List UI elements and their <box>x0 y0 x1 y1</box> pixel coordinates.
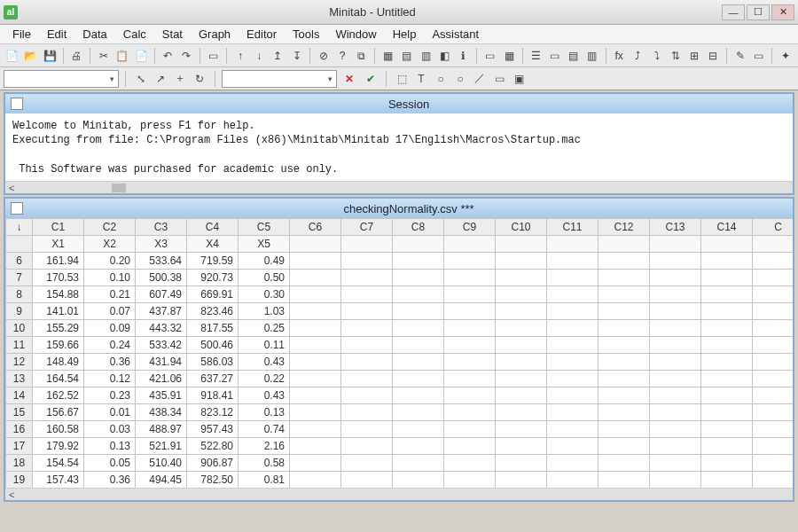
data-cell[interactable] <box>547 438 598 455</box>
toolbar-icon[interactable]: ▥ <box>583 47 600 65</box>
menu-calc[interactable]: Calc <box>116 26 153 43</box>
data-cell[interactable]: 500.46 <box>187 337 239 354</box>
column-name-cell[interactable]: X3 <box>136 236 187 253</box>
shape-icon[interactable]: ▭ <box>490 70 508 88</box>
data-cell[interactable]: 0.23 <box>84 387 136 404</box>
data-cell[interactable] <box>290 320 341 337</box>
menu-file[interactable]: File <box>5 26 38 43</box>
data-cell[interactable]: 0.21 <box>84 286 136 303</box>
data-cell[interactable]: 0.43 <box>239 387 290 404</box>
column-header[interactable]: C5 <box>239 219 290 236</box>
data-cell[interactable] <box>496 438 547 455</box>
data-cell[interactable]: 0.50 <box>239 270 290 286</box>
data-cell[interactable]: 0.49 <box>239 253 290 270</box>
data-cell[interactable] <box>598 303 650 320</box>
column-header[interactable]: C6 <box>290 219 341 236</box>
data-cell[interactable]: 443.32 <box>136 320 187 337</box>
data-cell[interactable]: 0.05 <box>84 455 136 472</box>
data-cell[interactable]: 141.01 <box>33 303 84 320</box>
column-name-cell[interactable] <box>444 236 496 253</box>
data-cell[interactable]: 0.09 <box>84 320 136 337</box>
data-cell[interactable]: 533.42 <box>136 337 187 354</box>
data-cell[interactable]: 0.22 <box>239 371 290 387</box>
data-cell[interactable] <box>290 438 341 455</box>
data-cell[interactable] <box>341 303 393 320</box>
data-cell[interactable] <box>598 387 650 404</box>
data-cell[interactable] <box>701 303 753 320</box>
data-cell[interactable] <box>598 354 650 371</box>
data-cell[interactable] <box>444 337 496 354</box>
menu-assistant[interactable]: Assistant <box>425 26 486 43</box>
data-cell[interactable] <box>598 253 650 270</box>
menu-edit[interactable]: Edit <box>40 26 74 43</box>
column-header[interactable]: C10 <box>496 219 547 236</box>
column-header[interactable]: C14 <box>701 219 753 236</box>
grid-corner[interactable]: ↓ <box>6 219 33 236</box>
data-cell[interactable]: 906.87 <box>187 455 239 472</box>
data-cell[interactable] <box>444 438 496 455</box>
data-cell[interactable]: 510.40 <box>136 455 187 472</box>
data-cell[interactable] <box>393 354 444 371</box>
data-cell[interactable]: 431.94 <box>136 354 187 371</box>
data-cell[interactable] <box>393 337 444 354</box>
row-header[interactable]: 17 <box>6 438 33 455</box>
data-cell[interactable]: 823.12 <box>187 404 239 421</box>
toolbar-icon[interactable]: ⧉ <box>353 47 370 65</box>
data-cell[interactable]: 161.94 <box>33 253 84 270</box>
toolbar-icon[interactable]: ▥ <box>417 47 434 65</box>
data-cell[interactable]: 156.67 <box>33 404 84 421</box>
shape-icon[interactable]: ▣ <box>510 70 528 88</box>
data-cell[interactable] <box>650 337 701 354</box>
data-cell[interactable] <box>598 270 650 286</box>
toolbar-icon[interactable]: ◧ <box>436 47 453 65</box>
toolbar-icon[interactable]: 💾 <box>42 47 59 65</box>
toolbar-icon[interactable]: ▦ <box>379 47 396 65</box>
data-cell[interactable] <box>650 438 701 455</box>
toolbar-icon[interactable]: 🖨 <box>68 47 85 65</box>
data-cell[interactable]: 164.54 <box>33 371 84 387</box>
data-cell[interactable]: 160.58 <box>33 421 84 438</box>
data-cell[interactable] <box>650 303 701 320</box>
data-cell[interactable] <box>496 303 547 320</box>
toolbar-icon[interactable]: ✎ <box>732 47 748 65</box>
data-cell[interactable] <box>444 404 496 421</box>
session-scrollbar[interactable]: < <box>5 181 793 193</box>
toolbar-icon[interactable]: ▭ <box>546 47 563 65</box>
variable-selector[interactable]: ▾ <box>4 70 119 88</box>
toolbar-icon[interactable]: 📄 <box>132 47 149 65</box>
data-cell[interactable] <box>753 253 794 270</box>
worksheet-titlebar[interactable]: checkingNormality.csv *** <box>5 199 793 218</box>
data-cell[interactable] <box>290 404 341 421</box>
data-cell[interactable] <box>753 387 794 404</box>
data-cell[interactable] <box>547 320 598 337</box>
data-cell[interactable] <box>701 421 753 438</box>
row-header[interactable]: 19 <box>6 472 33 489</box>
menu-tools[interactable]: Tools <box>286 26 326 43</box>
data-cell[interactable] <box>444 354 496 371</box>
data-cell[interactable] <box>650 371 701 387</box>
data-cell[interactable] <box>753 438 794 455</box>
data-cell[interactable] <box>290 421 341 438</box>
column-header[interactable]: C3 <box>136 219 187 236</box>
worksheet-scrollbar[interactable]: < <box>5 488 793 500</box>
data-cell[interactable] <box>290 472 341 489</box>
column-name-cell[interactable]: X5 <box>239 236 290 253</box>
data-cell[interactable]: 0.13 <box>239 404 290 421</box>
data-cell[interactable] <box>496 387 547 404</box>
data-cell[interactable] <box>393 320 444 337</box>
data-cell[interactable] <box>753 286 794 303</box>
toolbar-icon[interactable]: fx <box>611 47 628 65</box>
column-name-cell[interactable] <box>650 236 701 253</box>
data-cell[interactable] <box>444 371 496 387</box>
toolbar-icon[interactable]: ↑ <box>231 47 248 65</box>
row-header[interactable]: 18 <box>6 455 33 472</box>
data-cell[interactable] <box>753 270 794 286</box>
data-cell[interactable]: 533.64 <box>136 253 187 270</box>
menu-data[interactable]: Data <box>75 26 113 43</box>
toolbar-icon[interactable]: ▭ <box>481 47 498 65</box>
data-cell[interactable] <box>701 404 753 421</box>
data-cell[interactable] <box>701 455 753 472</box>
data-cell[interactable] <box>598 438 650 455</box>
data-cell[interactable] <box>753 404 794 421</box>
data-cell[interactable]: 957.43 <box>187 421 239 438</box>
